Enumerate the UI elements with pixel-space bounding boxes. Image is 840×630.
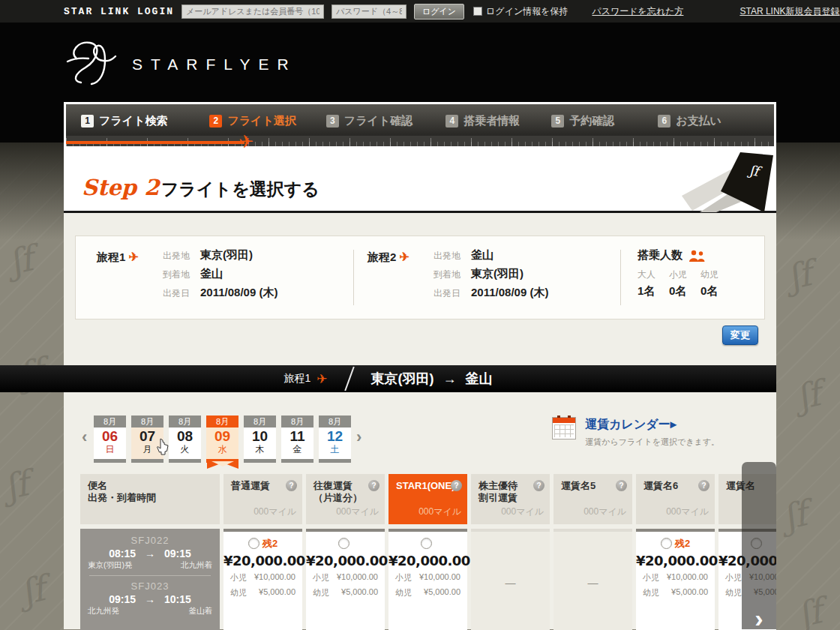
fare-table: 便名 出発・到着時間 普通運賃 ? 000マイル 往復運賃（片道分） ? 000… xyxy=(80,474,776,630)
col-header-roundtrip-fare: 往復運賃（片道分） ? 000マイル xyxy=(306,474,385,524)
help-icon[interactable]: ? xyxy=(451,480,462,491)
plane-icon: ✈ xyxy=(129,250,139,263)
fare-radio[interactable] xyxy=(421,538,432,549)
step-badge: 4 xyxy=(446,115,458,128)
step-badge: 2 xyxy=(209,115,222,128)
date-card-06[interactable]: 8月 06日 xyxy=(94,416,126,463)
flight-info-cell: SFJ022 08:15 → 09:15 東京(羽田)発 北九州着 SFJ023… xyxy=(80,529,220,630)
col-header-fare5: 運賃名5 ? 000マイル xyxy=(554,474,632,524)
arr-value: 釜山 xyxy=(200,267,223,281)
divider xyxy=(344,367,355,392)
flight-number: SFJ023 xyxy=(80,580,220,592)
flight-number: SFJ022 xyxy=(80,535,220,546)
passenger-title: 搭乗人数 xyxy=(638,248,682,262)
help-icon[interactable]: ? xyxy=(698,480,710,491)
remember-checkbox[interactable] xyxy=(473,7,482,16)
table-scroll-shadow: › xyxy=(742,462,776,629)
fare-radio[interactable] xyxy=(661,538,672,549)
next-dates-arrow[interactable]: › xyxy=(356,428,362,447)
col-header-normal-fare: 普通運賃 ? 000マイル xyxy=(224,474,302,524)
login-bar: STAR LINK LOGIN ログイン ログイン情報を保持 パスワードを忘れた… xyxy=(0,0,840,22)
plane-icon: ✈ xyxy=(316,371,327,387)
step-tab-flight-select[interactable]: 2 フライト選択 xyxy=(209,114,296,128)
fare-cell-normal[interactable]: 残2 ¥20,000.00 小児¥10,000.00 幼児¥5,000.00 xyxy=(224,529,302,630)
arr-label: 到着地 xyxy=(163,267,200,281)
col-header-fare6: 運賃名6 ? 000マイル xyxy=(636,474,715,524)
date-card-10[interactable]: 8月 10木 xyxy=(244,416,276,463)
segment-name: 旅程2 ✈ xyxy=(368,248,434,307)
fare-calendar-title[interactable]: 運賃カレンダー▸ xyxy=(585,417,719,433)
fare-calendar-subtitle: 運賃からフライトを選択できます。 xyxy=(585,436,719,448)
scroll-right-arrow[interactable]: › xyxy=(754,607,763,629)
fare-cell-unavailable: — xyxy=(554,529,632,630)
step-label: お支払い xyxy=(676,114,722,128)
date-card-12[interactable]: 8月 12土 xyxy=(319,416,351,463)
dep-value: 釜山 xyxy=(471,248,494,262)
step-badge: 1 xyxy=(81,115,94,128)
remember-label: ログイン情報を保持 xyxy=(486,5,568,18)
step-tab-payment: 6 お支払い xyxy=(658,114,722,128)
prev-dates-arrow[interactable]: ‹ xyxy=(82,428,87,447)
password-input[interactable] xyxy=(332,4,406,19)
calendar-icon xyxy=(552,417,576,440)
itinerary-summary: 旅程1 ✈ 出発地 東京(羽田) 到着地 釜山 出発日 2011/08/09 (… xyxy=(75,236,765,320)
date-card-11[interactable]: 8月 11金 xyxy=(281,416,314,463)
dep-label: 出発地 xyxy=(434,248,471,262)
fare-cell-roundtrip[interactable]: ¥20,000.00 小児¥10,000.00 幼児¥5,000.00 xyxy=(306,529,385,630)
infant-count: 0名 xyxy=(700,284,718,298)
change-button[interactable]: 変更 xyxy=(722,326,758,345)
route-bar: 旅程1 ✈ 東京(羽田) → 釜山 xyxy=(0,365,776,392)
brand-logo: STARFLYER xyxy=(66,36,297,88)
fare-radio[interactable] xyxy=(248,538,260,549)
help-icon[interactable]: ? xyxy=(533,480,544,491)
flight-column-header: 便名 出発・到着時間 xyxy=(80,474,220,524)
step-badge: 3 xyxy=(326,115,339,128)
seats-remaining: 残2 xyxy=(262,537,278,550)
help-icon[interactable]: ? xyxy=(368,480,380,491)
step-label: フライト確認 xyxy=(344,114,412,128)
page-title: フライトを選択する xyxy=(161,178,320,201)
date-picker: ‹ 8月 06日 8月 07月 8月 08火 8月 xyxy=(64,411,776,465)
step-label: 搭乗者情報 xyxy=(464,114,520,128)
passenger-count: 搭乗人数 大人 1名 小児 0名 幼児 0名 xyxy=(621,248,718,307)
login-button[interactable]: ログイン xyxy=(414,4,464,20)
step-badge: 6 xyxy=(658,115,670,128)
register-link[interactable]: STAR LINK新規会員登録 xyxy=(740,5,839,18)
email-input[interactable] xyxy=(182,4,324,19)
date-card-08[interactable]: 8月 08火 xyxy=(169,416,201,463)
divider xyxy=(89,575,211,576)
seats-remaining: 残2 xyxy=(675,537,690,550)
date-card-09-selected[interactable]: 8月 09水 xyxy=(206,416,238,463)
step-tab-booking-confirm: 5 予約確認 xyxy=(551,114,614,128)
plane-icon: ✈ xyxy=(400,250,410,263)
route-segment-label: 旅程1 xyxy=(284,372,310,386)
step-number: Step 2 xyxy=(82,175,159,200)
step-label: フライト検索 xyxy=(99,114,167,128)
main-area: 旅程1 ✈ 出発地 東京(羽田) 到着地 釜山 出発日 2011/08/09 (… xyxy=(64,213,776,629)
help-icon[interactable]: ? xyxy=(286,480,297,491)
itinerary-segment-1: 旅程1 ✈ 出発地 東京(羽田) 到着地 釜山 出発日 2011/08/09 (… xyxy=(76,248,353,307)
fare-price: ¥20,000.00 xyxy=(636,553,715,568)
fare-price: ¥20,000.00 xyxy=(306,553,385,568)
step-nav-wrap: 1 フライト検索 2 フライト選択 3 フライト確認 4 搭乗者情報 5 予 xyxy=(64,102,776,146)
route-from: 東京(羽田) xyxy=(371,370,434,388)
help-icon[interactable]: ? xyxy=(616,480,627,491)
adult-count: 1名 xyxy=(638,284,656,298)
tailfin-image: ʃf xyxy=(677,152,776,212)
fare-cell-star1[interactable]: ¥20,000.00 小児¥10,000.00 幼児¥5,000.00 xyxy=(388,529,467,630)
fare-cell-fare6[interactable]: 残2 ¥20,000.00 小児¥10,000.00 幼児¥5,000.00 xyxy=(636,529,715,630)
fare-calendar-link[interactable]: 運賃カレンダー▸ 運賃からフライトを選択できます。 xyxy=(552,417,719,448)
step-label: フライト選択 xyxy=(227,114,296,128)
passengers-icon xyxy=(688,250,706,262)
date-value: 2011/08/09 (木) xyxy=(471,286,548,300)
arr-value: 東京(羽田) xyxy=(471,267,524,281)
step-tab-flight-search[interactable]: 1 フライト検索 xyxy=(81,114,167,128)
fare-radio[interactable] xyxy=(338,538,350,549)
forgot-password-link[interactable]: パスワードを忘れた方 xyxy=(592,5,683,18)
route-to: 釜山 xyxy=(466,370,493,388)
segment-name: 旅程1 ✈ xyxy=(97,248,163,307)
child-count: 0名 xyxy=(669,284,687,298)
progress-line xyxy=(66,141,244,144)
date-value: 2011/08/09 (木) xyxy=(200,286,278,300)
fare-price: ¥20,000.00 xyxy=(224,553,302,568)
